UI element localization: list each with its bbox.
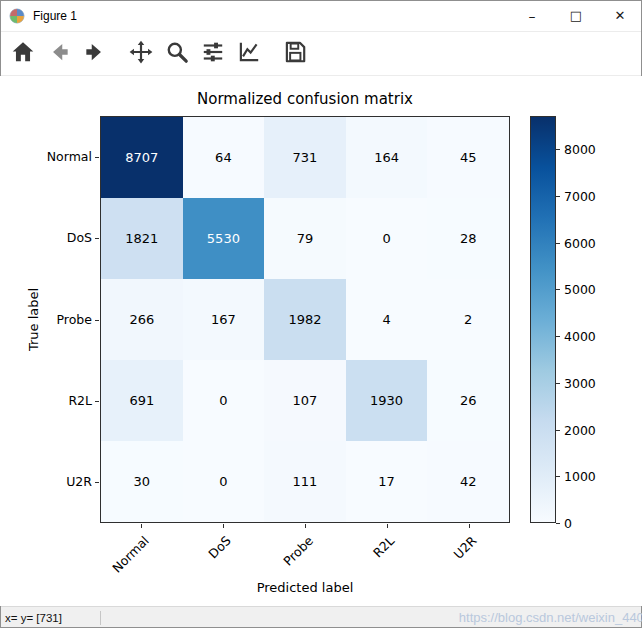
- forward-button[interactable]: [78, 37, 112, 71]
- line-chart-icon: [236, 39, 262, 68]
- heatmap-cell: 1930: [346, 360, 428, 441]
- colorbar-tick-mark: [556, 243, 560, 244]
- y-tick-label: U2R: [0, 474, 92, 490]
- colorbar-tick-label: 6000: [564, 236, 596, 251]
- pan-button[interactable]: [124, 37, 158, 71]
- customize-button[interactable]: [232, 37, 266, 71]
- zoom-button[interactable]: [160, 37, 194, 71]
- sliders-icon: [200, 39, 226, 68]
- navigation-toolbar: [0, 32, 642, 76]
- matplotlib-logo-icon: [9, 8, 25, 24]
- heatmap-cell: 2: [427, 279, 509, 360]
- y-tick-label: Normal: [0, 149, 92, 165]
- y-tick-label: R2L: [0, 393, 92, 409]
- chart-title: Normalized confusion matrix: [100, 90, 510, 108]
- x-tick-label: U2R: [349, 530, 469, 546]
- y-tick-mark: [95, 238, 99, 239]
- heatmap-cell: 731: [264, 117, 346, 198]
- save-floppy-icon: [282, 39, 308, 68]
- heatmap-cell: 0: [183, 360, 265, 441]
- back-arrow-icon: [46, 39, 72, 68]
- y-tick-label: Probe: [0, 312, 92, 328]
- colorbar-tick-mark: [556, 336, 560, 337]
- y-tick-label: DoS: [0, 230, 92, 246]
- heatmap-cell: 167: [183, 279, 265, 360]
- heatmap-cell: 64: [183, 117, 265, 198]
- figure-window: Figure 1 – □ ✕: [0, 0, 642, 628]
- heatmap-cell: 5530: [183, 198, 265, 279]
- y-tick-mark: [95, 320, 99, 321]
- x-tick-mark: [469, 524, 470, 528]
- heatmap-cell: 111: [264, 441, 346, 522]
- y-tick-mark: [95, 401, 99, 402]
- back-button[interactable]: [42, 37, 76, 71]
- heatmap-cell: 79: [264, 198, 346, 279]
- statusbar-divider: [100, 611, 101, 625]
- heatmap-cell: 0: [346, 198, 428, 279]
- zoom-magnifier-icon: [164, 39, 190, 68]
- y-tick-mark: [95, 482, 99, 483]
- colorbar-tick-label: 5000: [564, 282, 596, 297]
- configure-subplots-button[interactable]: [196, 37, 230, 71]
- x-tick-mark: [387, 524, 388, 528]
- home-button[interactable]: [6, 37, 40, 71]
- colorbar-tick-label: 3000: [564, 376, 596, 391]
- minimize-button[interactable]: –: [510, 0, 554, 31]
- colorbar-tick-mark: [556, 476, 560, 477]
- status-bar: x= y= [731]: [0, 606, 642, 628]
- heatmap-cell: 691: [101, 360, 183, 441]
- heatmap-cell: 42: [427, 441, 509, 522]
- colorbar-tick-label: 4000: [564, 329, 596, 344]
- maximize-button[interactable]: □: [554, 0, 598, 31]
- x-tick-mark: [305, 524, 306, 528]
- y-tick-mark: [95, 157, 99, 158]
- colorbar-tick-mark: [556, 149, 560, 150]
- heatmap: 8707647311644518215530790282661671982426…: [100, 116, 510, 523]
- cursor-position-readout: x= y= [731]: [5, 612, 62, 624]
- colorbar-tick-mark: [556, 523, 560, 524]
- x-tick-mark: [223, 524, 224, 528]
- heatmap-cell: 164: [346, 117, 428, 198]
- window-title: Figure 1: [33, 9, 510, 23]
- heatmap-cell: 45: [427, 117, 509, 198]
- heatmap-cell: 26: [427, 360, 509, 441]
- home-icon: [10, 39, 36, 68]
- x-axis-label: Predicted label: [100, 580, 510, 595]
- heatmap-cell: 17: [346, 441, 428, 522]
- colorbar-tick-label: 8000: [564, 142, 596, 157]
- pan-arrows-icon: [128, 39, 154, 68]
- colorbar: [530, 116, 556, 523]
- heatmap-cell: 28: [427, 198, 509, 279]
- colorbar-tick-label: 1000: [564, 469, 596, 484]
- colorbar-tick-label: 7000: [564, 189, 596, 204]
- colorbar-tick-label: 2000: [564, 423, 596, 438]
- heatmap-cell: 4: [346, 279, 428, 360]
- colorbar-tick-label: 0: [564, 516, 572, 531]
- heatmap-cell: 8707: [101, 117, 183, 198]
- colorbar-tick-mark: [556, 289, 560, 290]
- heatmap-cell: 107: [264, 360, 346, 441]
- colorbar-tick-mark: [556, 430, 560, 431]
- save-button[interactable]: [278, 37, 312, 71]
- heatmap-cell: 1982: [264, 279, 346, 360]
- title-bar: Figure 1 – □ ✕: [0, 0, 642, 32]
- heatmap-cell: 266: [101, 279, 183, 360]
- heatmap-cell: 1821: [101, 198, 183, 279]
- heatmap-cell: 0: [183, 441, 265, 522]
- colorbar-tick-mark: [556, 196, 560, 197]
- colorbar-tick-mark: [556, 383, 560, 384]
- close-button[interactable]: ✕: [598, 0, 642, 31]
- forward-arrow-icon: [82, 39, 108, 68]
- figure-canvas[interactable]: Normalized confusion matrix True label P…: [0, 76, 642, 606]
- x-tick-mark: [141, 524, 142, 528]
- heatmap-cell: 30: [101, 441, 183, 522]
